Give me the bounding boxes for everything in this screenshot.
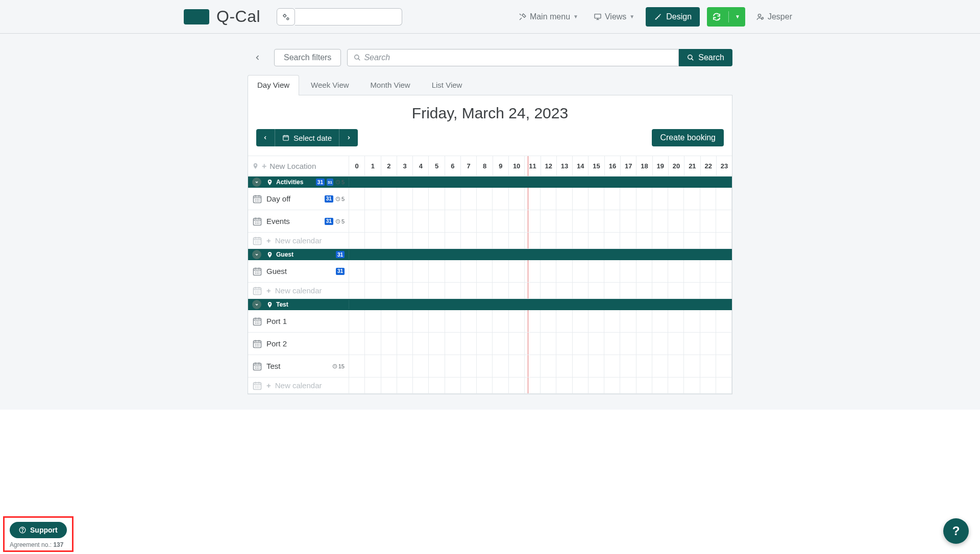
- hour-cell[interactable]: [525, 210, 541, 232]
- hour-cell[interactable]: [716, 210, 732, 232]
- calendar-row[interactable]: Port 2: [248, 333, 732, 355]
- hour-cell[interactable]: [636, 377, 652, 393]
- hour-cell[interactable]: [716, 260, 732, 282]
- hour-cell[interactable]: [620, 233, 636, 248]
- calendar-row[interactable]: Guest31: [248, 260, 732, 283]
- hour-cell[interactable]: [445, 310, 461, 332]
- hour-cell[interactable]: [684, 377, 700, 393]
- hour-cell[interactable]: [477, 310, 493, 332]
- hour-cell[interactable]: [636, 188, 652, 210]
- hour-cell[interactable]: [636, 355, 652, 377]
- hour-cell[interactable]: [429, 233, 445, 248]
- hour-cell[interactable]: [381, 355, 397, 377]
- section-expander[interactable]: [252, 178, 261, 187]
- tab-week[interactable]: Week View: [301, 75, 358, 95]
- hour-cell[interactable]: [604, 355, 620, 377]
- hour-cell[interactable]: [652, 283, 668, 298]
- hour-cell[interactable]: [589, 377, 604, 393]
- hour-cell[interactable]: [700, 310, 716, 332]
- hour-cell[interactable]: [509, 188, 525, 210]
- hour-cell[interactable]: [541, 260, 556, 282]
- hour-cell[interactable]: [509, 260, 525, 282]
- hour-cell[interactable]: [668, 260, 684, 282]
- hour-cell[interactable]: [493, 210, 508, 232]
- hour-cell[interactable]: [700, 355, 716, 377]
- hour-cell[interactable]: [461, 233, 477, 248]
- hour-cell[interactable]: [445, 210, 461, 232]
- hour-cell[interactable]: [461, 310, 477, 332]
- hour-cell[interactable]: [349, 283, 365, 298]
- next-day-button[interactable]: [339, 129, 358, 146]
- hour-cell[interactable]: [668, 310, 684, 332]
- hour-cell[interactable]: [589, 355, 604, 377]
- hour-cell[interactable]: [381, 377, 397, 393]
- hour-cell[interactable]: [349, 188, 365, 210]
- hour-cell[interactable]: [684, 210, 700, 232]
- user-menu[interactable]: Jesper: [752, 9, 796, 24]
- select-date-button[interactable]: Select date: [275, 129, 339, 146]
- hour-cell[interactable]: [700, 283, 716, 298]
- hour-cell[interactable]: [556, 210, 572, 232]
- hour-cell[interactable]: [604, 210, 620, 232]
- hour-cell[interactable]: [556, 377, 572, 393]
- section-header[interactable]: Test: [248, 299, 732, 310]
- hour-cell[interactable]: [684, 310, 700, 332]
- hour-cell[interactable]: [604, 377, 620, 393]
- hour-cell[interactable]: [652, 333, 668, 355]
- tab-month[interactable]: Month View: [361, 75, 420, 95]
- hour-cell[interactable]: [636, 333, 652, 355]
- hour-cell[interactable]: [477, 355, 493, 377]
- hour-cell[interactable]: [445, 283, 461, 298]
- hour-cell[interactable]: [365, 355, 381, 377]
- hour-cell[interactable]: [493, 233, 508, 248]
- hour-cell[interactable]: [493, 283, 508, 298]
- hour-cell[interactable]: [636, 210, 652, 232]
- hour-cell[interactable]: [525, 233, 541, 248]
- hour-cell[interactable]: [668, 283, 684, 298]
- hour-cell[interactable]: [365, 333, 381, 355]
- hour-cell[interactable]: [429, 310, 445, 332]
- create-booking-button[interactable]: Create booking: [652, 129, 724, 146]
- hour-cell[interactable]: [397, 260, 413, 282]
- prev-day-button[interactable]: [256, 129, 275, 146]
- tab-day[interactable]: Day View: [248, 75, 299, 95]
- hour-cell[interactable]: [509, 377, 525, 393]
- hour-cell[interactable]: [620, 310, 636, 332]
- hour-cell[interactable]: [700, 260, 716, 282]
- search-filters-button[interactable]: Search filters: [274, 49, 341, 66]
- hour-cell[interactable]: [668, 188, 684, 210]
- hour-cell[interactable]: [413, 377, 429, 393]
- hour-cell[interactable]: [700, 333, 716, 355]
- hour-cell[interactable]: [461, 355, 477, 377]
- hour-cell[interactable]: [541, 377, 556, 393]
- hour-cell[interactable]: [589, 260, 604, 282]
- brand[interactable]: Q-Cal: [184, 7, 260, 26]
- hour-cell[interactable]: [556, 260, 572, 282]
- hour-cell[interactable]: [684, 355, 700, 377]
- hour-cell[interactable]: [349, 210, 365, 232]
- hour-cell[interactable]: [493, 260, 508, 282]
- hour-cell[interactable]: [541, 233, 556, 248]
- hour-cell[interactable]: [573, 333, 589, 355]
- hour-cell[interactable]: [716, 283, 732, 298]
- hour-cell[interactable]: [620, 283, 636, 298]
- hour-cell[interactable]: [541, 310, 556, 332]
- hour-cell[interactable]: [620, 333, 636, 355]
- hour-cell[interactable]: [365, 260, 381, 282]
- hour-cell[interactable]: [620, 188, 636, 210]
- hour-cell[interactable]: [541, 188, 556, 210]
- hour-cell[interactable]: [700, 210, 716, 232]
- hour-cell[interactable]: [509, 333, 525, 355]
- hour-cell[interactable]: [381, 210, 397, 232]
- hour-cell[interactable]: [573, 210, 589, 232]
- hour-cell[interactable]: [668, 210, 684, 232]
- hour-cell[interactable]: [573, 310, 589, 332]
- hour-cell[interactable]: [604, 260, 620, 282]
- hour-cell[interactable]: [413, 310, 429, 332]
- search-button[interactable]: Search: [679, 49, 732, 66]
- hour-cell[interactable]: [381, 310, 397, 332]
- hour-cell[interactable]: [493, 333, 508, 355]
- hour-cell[interactable]: [429, 355, 445, 377]
- hour-cell[interactable]: [604, 233, 620, 248]
- views-dropdown[interactable]: Views ▼: [590, 9, 639, 24]
